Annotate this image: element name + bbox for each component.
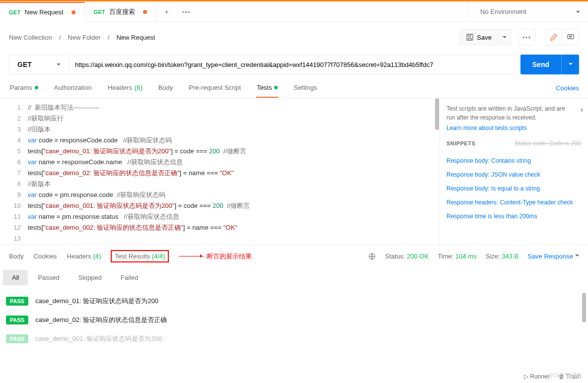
chevron-right-icon[interactable]: › [581,105,583,114]
pencil-icon [550,33,558,41]
pass-badge: PASS [6,334,28,343]
svg-rect-1 [568,35,574,39]
resp-tab-body[interactable]: Body [9,253,24,260]
tab-baidu[interactable]: GET 百度搜索 [85,2,157,22]
scrollbar[interactable] [582,293,586,322]
method-value: GET [17,61,32,68]
test-result-row: PASS case_demo_001: 验证响应状态码是否为200 [0,329,588,348]
tab-body[interactable]: Body [157,78,174,98]
line-gutter: 12345678910111213 [0,98,28,245]
snippet-item[interactable]: Response time is less than 200ms [446,213,581,220]
filter-passed[interactable]: Passed [29,270,68,285]
save-response-button[interactable]: Save Response [527,253,579,260]
environment-label: No Environment [480,8,526,15]
result-text: case_demo_01: 验证响应状态码是否为200 [35,297,158,306]
response-tabs: Body Cookies Headers (4) Test Results (4… [0,245,588,267]
breadcrumb-collection[interactable]: New Collection [9,34,52,41]
result-text: case_demo_02: 验证响应的状态信息是否正确 [35,316,167,324]
dot-icon [274,86,278,89]
tab-headers[interactable]: Headers (6) [107,78,144,98]
tab-params[interactable]: Params [9,78,39,98]
time-label: Time: 104 ms [438,253,476,260]
tests-help-text: Test scripts are written in JavaScript, … [446,104,581,122]
resp-tab-test-results[interactable]: Test Results (4/4) [111,250,169,262]
pass-badge: PASS [6,316,28,324]
learn-more-link[interactable]: Learn more about tests scripts [446,125,581,131]
snippets-panel: › Test scripts are written in JavaScript… [439,98,588,245]
snippet-item[interactable]: Response body: JSON value check [446,171,581,178]
arrow-icon [179,256,204,256]
resp-tab-cookies[interactable]: Cookies [34,253,57,260]
scrollbar[interactable] [435,98,439,130]
send-dropdown[interactable] [561,55,579,74]
tests-editor[interactable]: 12345678910111213 // 新旧版本写法------------ … [0,98,439,245]
tab-authorization[interactable]: Authorization [53,78,93,98]
code-content: // 新旧版本写法------------ //获取响应行 //旧版本 var … [28,98,439,245]
filter-skipped[interactable]: Skipped [70,270,111,285]
save-button[interactable]: Save [459,29,498,45]
pass-badge: PASS [6,297,28,306]
comment-button[interactable] [562,29,579,46]
dirty-dot-icon [143,10,147,14]
environment-selector[interactable]: No Environment [469,2,588,22]
breadcrumb-current: New Request [116,34,155,41]
breadcrumb-folder[interactable]: New Folder [68,34,100,41]
method-label: GET [9,9,21,15]
snippet-item[interactable]: Response body: Contains string [446,157,581,164]
filter-all[interactable]: All [3,270,28,285]
cookies-link[interactable]: Cookies [556,79,579,97]
globe-icon[interactable] [368,253,376,260]
save-label: Save [477,34,492,41]
url-input[interactable] [69,55,514,74]
status-label: Status: 200 OK [385,253,429,260]
tab-tests[interactable]: Tests [256,78,279,98]
svg-rect-0 [467,34,473,40]
breadcrumb-sep: / [108,34,110,41]
request-tabs: Params Authorization Headers (6) Body Pr… [0,78,588,98]
method-label: GET [94,9,106,15]
filter-failed[interactable]: Failed [112,270,147,285]
tabs-row: GET New Request GET 百度搜索 ＋ No Environmen… [0,2,588,22]
test-result-row: PASS case_demo_02: 验证响应的状态信息是否正确 [0,311,588,329]
dot-icon [35,86,38,89]
tab-settings[interactable]: Settings [293,78,318,98]
test-results-list: PASS case_demo_01: 验证响应状态码是否为200 PASS ca… [0,288,588,352]
tab-prerequest[interactable]: Pre-request Script [188,78,242,98]
snippet-hidden: Status code: Code is 200 [514,140,581,147]
more-actions-button[interactable] [518,29,535,46]
tab-new-request[interactable]: GET New Request [0,2,85,22]
annotation: 断言的展示结果 [179,252,252,261]
breadcrumb-sep: / [59,34,61,41]
request-header: New Collection / New Folder / New Reques… [0,22,588,51]
method-selector[interactable]: GET [9,55,69,74]
snippet-item[interactable]: Response body: Is equal to a string [446,185,581,192]
runner-button[interactable]: ▷ Runner [524,373,550,380]
resp-tab-headers[interactable]: Headers (4) [67,253,101,260]
size-label: Size: 343 B [486,253,519,260]
save-icon [466,33,474,41]
result-text: case_demo_001: 验证响应状态码是否为200 [35,334,162,343]
watermark: @51CTO博客 [548,372,582,379]
new-tab-button[interactable]: ＋ [156,7,176,16]
snippet-item[interactable]: Response headers: Content-Type header ch… [446,199,581,206]
send-button[interactable]: Send [520,55,561,74]
edit-button[interactable] [545,29,562,46]
dirty-dot-icon [72,10,75,14]
save-dropdown[interactable] [498,29,512,45]
tab-title: 百度搜索 [109,7,135,16]
request-row: GET Send [0,51,588,78]
tab-title: New Request [25,8,64,16]
result-filter: All Passed Skipped Failed [0,267,588,288]
tab-overflow-button[interactable] [176,9,196,15]
save-split-button: Save [459,29,512,45]
test-result-row: PASS case_demo_01: 验证响应状态码是否为200 [0,292,588,311]
comment-icon [567,33,575,41]
